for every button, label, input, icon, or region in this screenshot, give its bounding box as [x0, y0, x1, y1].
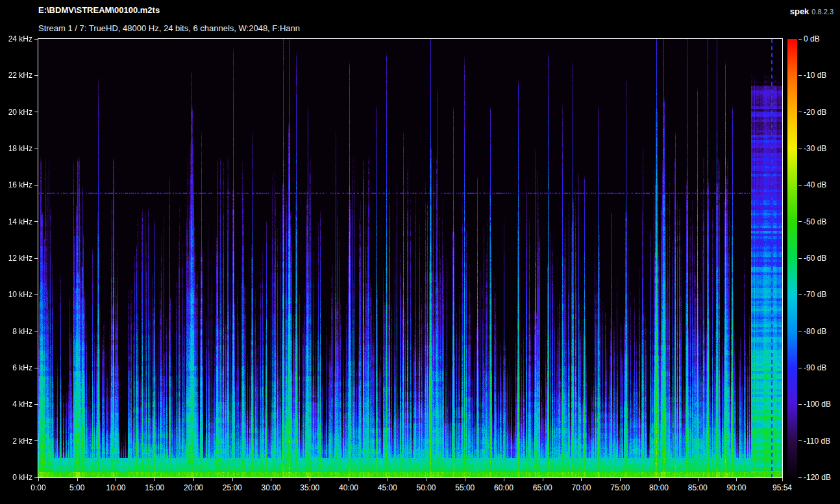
time-axis-label: 30:00 [261, 483, 280, 492]
db-tick [798, 368, 802, 368]
db-legend-label: -30 dB [804, 144, 826, 153]
app-brand: spek0.8.2.3 [790, 6, 834, 16]
db-legend-label: -40 dB [804, 180, 826, 189]
freq-tick [34, 149, 38, 149]
time-tick [349, 478, 349, 481]
db-legend-label: -90 dB [804, 363, 826, 372]
db-legend-label: -110 dB [804, 437, 830, 446]
time-tick [193, 478, 194, 481]
freq-tick [34, 185, 38, 186]
time-axis-label: 80:00 [649, 483, 669, 492]
freq-tick [34, 221, 38, 222]
db-tick [798, 112, 802, 112]
time-axis-label: 15:00 [145, 483, 164, 492]
freq-axis-label: 14 kHz [0, 217, 32, 226]
freq-axis-label: 8 kHz [0, 327, 32, 336]
db-tick [798, 75, 802, 76]
db-tick [798, 221, 802, 222]
freq-axis-label: 12 kHz [0, 254, 32, 263]
time-axis-label: 10:00 [106, 483, 125, 492]
file-path-title: E:\BDMV\STREAM\00100.m2ts [38, 5, 160, 15]
freq-tick [34, 39, 38, 40]
freq-axis-label: 2 kHz [0, 437, 32, 446]
freq-axis-label: 4 kHz [0, 400, 32, 409]
time-tick [736, 478, 737, 481]
time-tick [232, 478, 233, 481]
db-legend-label: -10 dB [804, 71, 826, 80]
time-axis-label: 20:00 [184, 483, 203, 492]
time-tick [426, 478, 426, 481]
db-legend-gradient [787, 39, 797, 477]
freq-tick [34, 331, 38, 331]
spek-window: E:\BDMV\STREAM\00100.m2ts Stream 1 / 7: … [0, 0, 840, 504]
freq-axis-label: 10 kHz [0, 290, 32, 299]
time-axis-label: 70:00 [571, 483, 591, 492]
time-tick [620, 478, 621, 481]
db-legend-label: -120 dB [804, 473, 831, 482]
time-tick [698, 478, 698, 481]
db-legend-label: -50 dB [804, 217, 826, 226]
db-tick [798, 440, 802, 441]
time-axis-label: 95:54 [772, 483, 792, 492]
db-legend-label: -80 dB [804, 327, 826, 336]
freq-tick [34, 440, 38, 441]
stream-info: Stream 1 / 7: TrueHD, 48000 Hz, 24 bits,… [38, 23, 300, 33]
time-axis-label: 65:00 [533, 483, 552, 492]
freq-axis-label: 20 kHz [0, 108, 32, 117]
time-tick [504, 478, 504, 481]
time-tick [659, 478, 660, 481]
time-axis-label: 35:00 [300, 483, 319, 492]
time-tick [782, 478, 783, 481]
time-axis-label: 55:00 [455, 483, 475, 492]
time-axis-label: 5:00 [69, 483, 84, 492]
freq-tick [34, 294, 38, 295]
db-legend-label: -20 dB [804, 108, 826, 117]
time-axis-label: 45:00 [378, 483, 397, 492]
freq-tick [34, 112, 38, 112]
time-tick [465, 478, 465, 481]
db-tick [798, 331, 802, 331]
db-tick [798, 39, 802, 40]
freq-axis-label: 18 kHz [0, 144, 32, 153]
db-tick [798, 149, 802, 149]
db-tick [798, 477, 802, 478]
db-tick [798, 294, 802, 295]
freq-tick [34, 75, 38, 76]
freq-axis-label: 16 kHz [0, 180, 32, 189]
time-axis-label: 90:00 [726, 483, 746, 492]
time-tick [38, 478, 39, 481]
db-tick [798, 404, 802, 405]
time-tick [271, 478, 271, 481]
spectrogram-canvas [38, 39, 782, 477]
db-tick [798, 258, 802, 259]
time-axis-label: 60:00 [494, 483, 513, 492]
freq-tick [34, 368, 38, 368]
time-tick [388, 478, 388, 481]
freq-axis-label: 0 kHz [0, 473, 32, 482]
freq-axis-label: 22 kHz [0, 71, 32, 80]
freq-tick [34, 258, 38, 259]
freq-axis-label: 24 kHz [0, 34, 32, 43]
app-version: 0.8.2.3 [811, 8, 834, 16]
db-tick [798, 185, 802, 186]
time-tick [154, 478, 155, 481]
db-legend-label: 0 dB [804, 34, 820, 43]
time-tick [543, 478, 543, 481]
app-name: spek [790, 6, 809, 16]
db-legend-label: -70 dB [804, 290, 826, 299]
freq-axis-label: 6 kHz [0, 363, 32, 372]
time-tick [310, 478, 310, 481]
db-legend-label: -100 dB [804, 400, 831, 409]
time-tick [581, 478, 582, 481]
freq-tick [34, 477, 38, 478]
time-tick [116, 478, 116, 481]
freq-tick [34, 404, 38, 405]
time-axis-label: 25:00 [223, 483, 242, 492]
time-axis-label: 0:00 [31, 483, 45, 492]
time-tick [77, 478, 78, 481]
time-axis-label: 50:00 [416, 483, 436, 492]
time-axis-label: 85:00 [688, 483, 708, 492]
time-axis-label: 75:00 [610, 483, 630, 492]
time-axis-label: 40:00 [339, 483, 358, 492]
db-legend-label: -60 dB [804, 254, 826, 263]
